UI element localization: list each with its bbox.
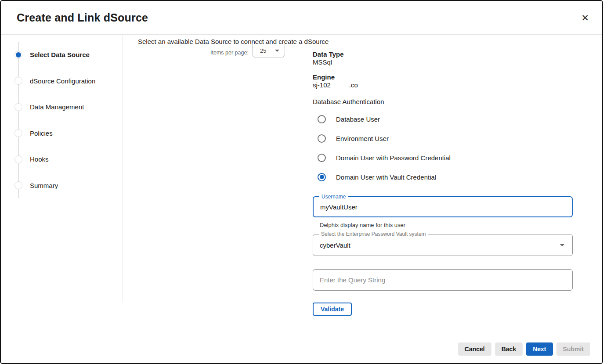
radio-selected-icon <box>318 173 326 181</box>
query-string-field <box>313 269 573 291</box>
step-summary[interactable]: Summary <box>1 173 123 199</box>
close-icon[interactable]: ✕ <box>579 11 591 24</box>
step-indicator-icon <box>14 103 22 111</box>
instruction-text: Select an available Data Source to conne… <box>138 38 329 45</box>
radio-unselected-icon <box>318 115 326 123</box>
step-policies[interactable]: Policies <box>1 120 123 147</box>
step-label: dSource Configuration <box>30 77 95 85</box>
radio-label: Database User <box>336 115 380 123</box>
step-label: Data Management <box>30 103 84 111</box>
next-button[interactable]: Next <box>526 342 552 356</box>
vault-system-label: Select the Enterprise Password Vault sys… <box>319 231 428 237</box>
radio-domain-user-vault[interactable]: Domain User with Vault Credential <box>313 167 573 187</box>
step-label: Select Data Source <box>30 51 90 58</box>
radio-database-user[interactable]: Database User <box>313 109 573 129</box>
step-indicator-icon <box>14 181 22 189</box>
page-title: Create and Link dSource <box>17 11 579 24</box>
data-source-details: Data Type MSSql Engine sj-102.co Databas… <box>313 35 573 316</box>
create-and-link-dsource-dialog: Create and Link dSource ✕ Select Data So… <box>0 0 603 364</box>
username-field-label: Username <box>319 194 348 200</box>
engine-label: Engine <box>313 73 573 81</box>
items-per-page-value: 25 <box>260 47 266 54</box>
step-label: Policies <box>30 130 53 137</box>
step-data-management[interactable]: Data Management <box>1 94 123 120</box>
back-button[interactable]: Back <box>495 342 523 356</box>
vault-system-select[interactable]: Select the Enterprise Password Vault sys… <box>313 234 573 256</box>
validate-button[interactable]: Validate <box>313 303 352 316</box>
radio-label: Environment User <box>336 135 389 142</box>
query-string-input[interactable] <box>313 270 572 290</box>
dialog-footer-actions: Cancel Back Next Submit <box>458 342 590 356</box>
radio-label: Domain User with Vault Credential <box>336 173 436 181</box>
vault-system-value: cyberVault <box>320 241 350 249</box>
step-indicator-icon <box>14 51 22 59</box>
dialog-body: Select Data Source dSource Configuration… <box>1 35 602 364</box>
step-dsource-configuration[interactable]: dSource Configuration <box>1 68 123 94</box>
wizard-stepper: Select Data Source dSource Configuration… <box>1 35 123 364</box>
chevron-down-icon <box>560 244 564 246</box>
radio-environment-user[interactable]: Environment User <box>313 129 573 148</box>
step-indicator-icon <box>14 155 22 163</box>
username-input[interactable] <box>314 197 572 216</box>
step-select-data-source[interactable]: Select Data Source <box>1 42 123 68</box>
database-authentication-label: Database Authentication <box>313 98 573 106</box>
data-type-label: Data Type <box>313 50 573 58</box>
radio-domain-user-password[interactable]: Domain User with Password Credential <box>313 148 573 167</box>
engine-value-prefix: sj-102 <box>313 81 331 89</box>
cancel-button[interactable]: Cancel <box>458 342 491 356</box>
step-indicator-icon <box>14 77 22 85</box>
data-type-value: MSSql <box>313 58 573 66</box>
step-label: Hooks <box>30 155 49 163</box>
step-indicator-icon <box>14 129 22 137</box>
dialog-header: Create and Link dSource ✕ <box>1 1 602 35</box>
chevron-down-icon <box>275 50 279 52</box>
radio-unselected-icon <box>318 134 326 143</box>
submit-button[interactable]: Submit <box>556 342 590 356</box>
items-per-page-select[interactable]: 25 <box>252 43 285 58</box>
step-content-panel: Select an available Data Source to conne… <box>123 35 602 364</box>
engine-value-suffix: .co <box>349 81 358 89</box>
radio-label: Domain User with Password Credential <box>336 154 451 162</box>
radio-unselected-icon <box>318 154 326 162</box>
username-helper-text: Delphix display name for this user <box>313 222 573 228</box>
username-field: Username <box>313 196 573 217</box>
authentication-radio-group: Database User Environment User Domain Us… <box>313 109 573 187</box>
step-hooks[interactable]: Hooks <box>1 146 123 173</box>
engine-value: sj-102.co <box>313 81 573 89</box>
step-label: Summary <box>30 182 58 189</box>
items-per-page-label: Items per page: <box>210 50 249 56</box>
